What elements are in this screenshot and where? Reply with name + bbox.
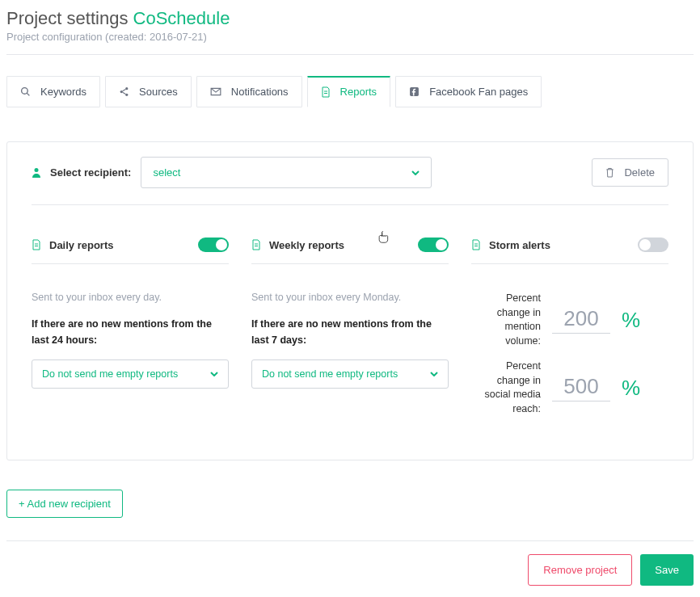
weekly-desc: Sent to your inbox every Monday. (251, 292, 449, 303)
chevron-down-icon (430, 372, 438, 376)
weekly-title: Weekly reports (269, 239, 344, 251)
tab-keywords[interactable]: Keywords (6, 76, 100, 107)
mention-volume-label: Percent change in mention volume: (471, 292, 541, 348)
header-divider (6, 54, 694, 55)
page-subtitle: Project configuration (created: 2016-07-… (6, 31, 694, 43)
storm-toggle[interactable] (638, 238, 668, 252)
weekly-empty-select[interactable]: Do not send me empty reports (251, 359, 449, 389)
document-icon (471, 239, 481, 250)
tab-facebook[interactable]: Facebook Fan pages (395, 76, 542, 107)
tab-reports[interactable]: Reports (307, 76, 391, 107)
daily-title: Daily reports (49, 239, 113, 251)
svg-line-6 (123, 92, 126, 94)
tab-label: Facebook Fan pages (429, 86, 528, 98)
svg-point-0 (22, 88, 28, 95)
svg-point-4 (125, 94, 128, 96)
mention-volume-input[interactable] (552, 306, 610, 334)
tab-label: Keywords (40, 86, 86, 98)
tab-notifications[interactable]: Notifications (196, 76, 302, 107)
tab-bar: Keywords Sources Notifications Reports F… (6, 76, 694, 107)
document-icon (321, 86, 331, 98)
weekly-toggle[interactable] (418, 238, 449, 252)
tab-label: Sources (139, 86, 178, 98)
user-icon (32, 167, 41, 178)
page-title: Project settings CoSchedule (6, 8, 694, 29)
percent-symbol: % (622, 308, 640, 333)
search-icon (20, 86, 31, 97)
add-recipient-button[interactable]: + Add new recipient (6, 490, 123, 518)
select-placeholder: select (153, 166, 180, 179)
svg-point-3 (120, 90, 123, 93)
envelope-icon (210, 87, 221, 96)
recipient-select[interactable]: select (141, 157, 432, 188)
delete-button[interactable]: Delete (592, 158, 668, 187)
social-reach-label: Percent change in social media reach: (471, 359, 541, 416)
weekly-prompt: If there are no new mentions from the la… (251, 316, 449, 348)
tab-label: Notifications (231, 86, 289, 98)
chevron-down-icon (210, 372, 218, 376)
recipient-row: Select recipient: select Delete (32, 157, 668, 205)
storm-title: Storm alerts (489, 239, 550, 251)
title-prefix: Project settings (6, 8, 128, 28)
svg-line-5 (123, 90, 126, 91)
percent-symbol: % (622, 376, 640, 401)
document-icon (251, 239, 261, 250)
social-reach-input[interactable] (552, 374, 610, 402)
weekly-reports-column: Weekly reports Sent to your inbox every … (251, 238, 449, 427)
daily-toggle[interactable] (198, 238, 229, 252)
svg-line-1 (27, 93, 29, 95)
remove-project-button[interactable]: Remove project (528, 554, 632, 586)
daily-prompt: If there are no new mentions from the la… (32, 316, 229, 348)
reports-card: Select recipient: select Delete Da (6, 141, 694, 460)
document-icon (32, 239, 41, 250)
svg-point-2 (125, 87, 128, 90)
share-icon (119, 86, 129, 97)
daily-desc: Sent to your inbox every day. (32, 292, 229, 303)
footer-divider (6, 540, 694, 541)
daily-empty-select[interactable]: Do not send me empty reports (32, 359, 229, 389)
daily-reports-column: Daily reports Sent to your inbox every d… (32, 238, 229, 427)
trash-icon (605, 167, 614, 178)
chevron-down-icon (411, 170, 420, 175)
tab-sources[interactable]: Sources (105, 76, 192, 107)
svg-point-10 (35, 168, 39, 172)
tab-label: Reports (340, 86, 377, 98)
save-button[interactable]: Save (640, 554, 694, 586)
brand-name: CoSchedule (133, 8, 230, 28)
recipient-label: Select recipient: (32, 166, 131, 179)
storm-alerts-column: Storm alerts Percent change in mention v… (471, 238, 668, 427)
facebook-icon (409, 86, 420, 97)
